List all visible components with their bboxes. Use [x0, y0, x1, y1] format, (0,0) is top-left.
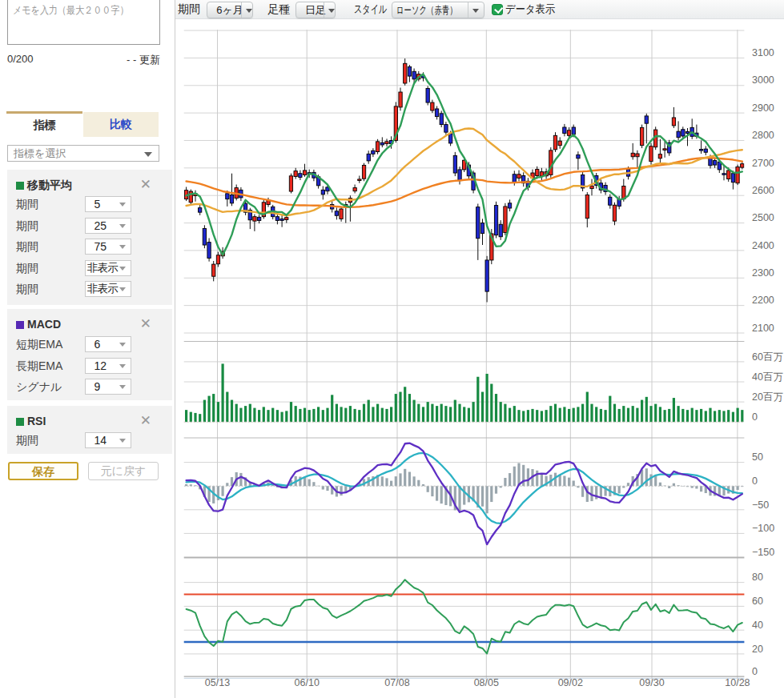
- svg-text:05/13: 05/13: [205, 677, 230, 688]
- svg-text:10/28: 10/28: [725, 677, 750, 688]
- svg-text:60: 60: [752, 596, 763, 607]
- svg-text:2300: 2300: [752, 267, 774, 279]
- svg-text:2800: 2800: [752, 130, 774, 141]
- svg-text:09/30: 09/30: [639, 677, 664, 688]
- svg-text:2600: 2600: [752, 185, 774, 196]
- svg-text:80: 80: [752, 572, 763, 583]
- svg-text:07/08: 07/08: [384, 677, 409, 688]
- svg-text:2500: 2500: [752, 212, 774, 223]
- svg-text:09/02: 09/02: [558, 677, 583, 688]
- svg-text:60百万: 60百万: [752, 351, 783, 363]
- svg-text:0: 0: [752, 475, 758, 487]
- svg-text:20百万: 20百万: [752, 391, 783, 403]
- svg-text:50: 50: [752, 451, 763, 463]
- svg-text:3100: 3100: [752, 47, 774, 58]
- svg-text:06/10: 06/10: [295, 677, 320, 688]
- svg-text:20: 20: [752, 644, 763, 655]
- svg-text:0: 0: [752, 411, 758, 423]
- svg-text:2700: 2700: [752, 158, 774, 169]
- svg-text:−150: −150: [752, 547, 774, 558]
- svg-text:08/05: 08/05: [474, 677, 499, 688]
- svg-text:40: 40: [752, 620, 763, 631]
- svg-text:2900: 2900: [752, 102, 774, 114]
- svg-text:2100: 2100: [752, 323, 774, 334]
- svg-text:2400: 2400: [752, 240, 774, 251]
- svg-text:2200: 2200: [752, 295, 774, 306]
- svg-text:3000: 3000: [752, 74, 774, 86]
- svg-text:0: 0: [752, 666, 758, 677]
- svg-text:−50: −50: [752, 499, 769, 511]
- svg-text:−100: −100: [752, 523, 774, 534]
- svg-text:40百万: 40百万: [752, 371, 783, 383]
